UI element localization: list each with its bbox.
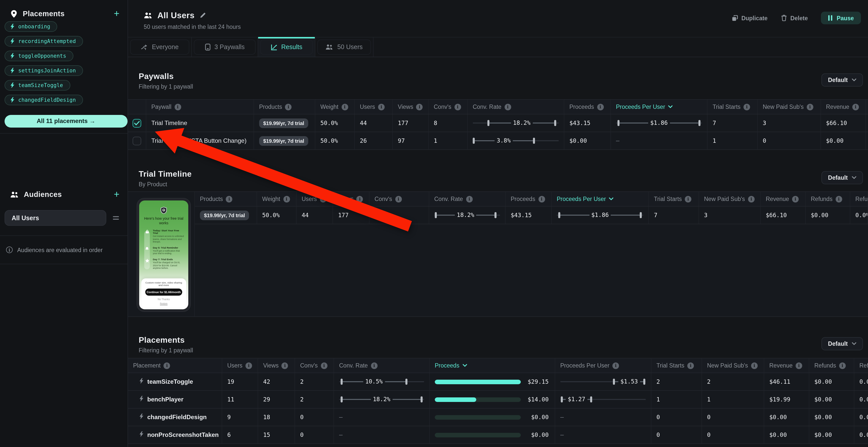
pause-button[interactable]: Pause — [821, 12, 861, 24]
column-header-products[interactable]: Productsi — [195, 192, 257, 206]
range-cell: $1.27 — [555, 391, 651, 408]
value-cell: 0.0% — [854, 373, 868, 390]
info-icon: i — [226, 196, 232, 202]
column-header-refunds[interactable]: Refundsi — [809, 358, 854, 372]
column-header-refund-rate[interactable]: Refund Ratei — [854, 358, 868, 372]
column-header-conv-rate[interactable]: Conv. Ratei — [334, 358, 430, 372]
range-slider[interactable]: $1.86 — [616, 120, 702, 126]
placement-pill-toggleOpponents[interactable]: toggleOpponents — [5, 51, 73, 61]
table-row[interactable]: benchPlayer1129218.2%$14.00$1.2711$19.99… — [128, 391, 868, 409]
row-checkbox[interactable] — [133, 119, 141, 127]
add-placement-button[interactable]: + — [114, 10, 119, 18]
value-cell: 50.0% — [315, 132, 355, 149]
column-header-conv-rate[interactable]: Conv. Ratei — [429, 192, 506, 206]
row-checkbox[interactable] — [133, 137, 141, 145]
column-header-new-paid-sub-s[interactable]: New Paid Sub'si — [699, 192, 761, 206]
column-header-trial-starts[interactable]: Trial Startsi — [708, 100, 758, 114]
column-header-new-paid-sub-s[interactable]: New Paid Sub'si — [702, 358, 764, 372]
table-row[interactable]: nonProScreenshotTaken6150–$0.00–00$0.00$… — [128, 426, 868, 444]
table-row[interactable]: Trial Timeline$19.99/yr, 7d trial50.0%44… — [128, 114, 868, 132]
column-header-weight[interactable]: Weighti — [315, 100, 355, 114]
tab-everyone[interactable]: Everyone — [128, 37, 192, 57]
column-header-proceeds[interactable]: Proceedsi — [564, 100, 611, 114]
column-header-conv-s[interactable]: Conv'si — [429, 100, 468, 114]
placement-pill-onboarding[interactable]: onboarding — [5, 21, 57, 32]
value-cell: 44 — [297, 207, 333, 224]
column-header-views[interactable]: Viewsi — [258, 358, 295, 372]
value-cell: 29 — [258, 391, 295, 408]
range-slider[interactable]: 18.2% — [339, 396, 424, 403]
trial-timeline-default-dropdown[interactable]: Default — [822, 171, 863, 184]
range-slider[interactable]: 3.8% — [473, 138, 559, 144]
column-header-trial-starts[interactable]: Trial Startsi — [649, 192, 699, 206]
column-header-conv-rate[interactable]: Conv. Ratei — [468, 100, 564, 114]
column-header-users[interactable]: Usersi — [297, 192, 333, 206]
all-placements-button[interactable]: All 11 placements → — [5, 115, 128, 127]
info-icon: i — [174, 103, 181, 110]
column-header-users[interactable]: Usersi — [355, 100, 393, 114]
audience-item-all-users[interactable]: All Users — [5, 210, 106, 226]
range-slider[interactable]: 18.2% — [473, 120, 559, 126]
table-row[interactable]: teamSizeToggle1942210.5%$29.15$1.5322$46… — [128, 373, 868, 391]
value-cell: $46.11 — [764, 373, 809, 390]
paywall-screen: Here's how your free trial works Today: … — [139, 201, 188, 309]
column-header-revenue[interactable]: Revenuei — [761, 192, 806, 206]
delete-button[interactable]: Delete — [781, 15, 808, 21]
column-header-revenue[interactable]: Revenuei — [764, 358, 809, 372]
range-slider[interactable]: $1.53 — [560, 379, 646, 385]
column-header-paywall[interactable]: Paywalli — [146, 100, 254, 114]
range-slider[interactable]: 18.2% — [434, 212, 500, 218]
info-icon: i — [743, 103, 750, 110]
column-header-views[interactable]: Viewsi — [393, 100, 429, 114]
column-header-conv-s[interactable]: Conv'si — [369, 192, 429, 206]
continue-button[interactable]: Continue for $1.66/month — [145, 289, 182, 296]
value-cell: 97 — [393, 132, 429, 149]
app-window: Placements + onboardingrecordingAttempte… — [0, 0, 868, 447]
column-header-proceeds-per-user[interactable]: Proceeds Per User — [552, 192, 649, 206]
table-row[interactable]: $19.99/yr, 7d trial50.0%44177818.2%$43.1… — [195, 207, 868, 224]
column-header-revenue[interactable]: Revenuei — [821, 100, 866, 114]
column-header-users[interactable]: Usersi — [222, 358, 258, 372]
placement-pill-teamSizeToggle[interactable]: teamSizeToggle — [5, 80, 70, 90]
product-cell: $19.99/yr, 7d trial — [254, 132, 315, 149]
edit-pencil-icon[interactable] — [200, 12, 206, 19]
column-header-proceeds-per-user[interactable]: Proceeds Per User — [611, 100, 708, 114]
column-header-refund-rate[interactable]: Refund Ratei — [850, 192, 868, 206]
column-header-proceeds[interactable]: Proceedsi — [506, 192, 552, 206]
placements-default-dropdown[interactable]: Default — [822, 337, 863, 350]
placement-pill-settingsJoinAction[interactable]: settingsJoinAction — [5, 65, 83, 76]
no-thanks-link[interactable]: No Thanks — [144, 298, 184, 301]
column-header-conv-s[interactable]: Conv'si — [295, 358, 334, 372]
drag-handle-icon[interactable] — [113, 215, 119, 221]
table-row[interactable]: Trial Timeline (CTA Button Change)$19.99… — [128, 132, 868, 150]
range-slider[interactable]: $1.27 — [560, 396, 646, 403]
paywall-caption: Custom roster size, video sharing and mo… — [144, 281, 184, 287]
sidebar-placements-title: Placements — [23, 10, 65, 18]
range-slider[interactable]: $1.86 — [557, 212, 643, 218]
paywalls-subtitle: Filtering by 1 paywall — [139, 84, 193, 90]
column-header-proceeds[interactable]: Proceeds — [430, 358, 555, 372]
column-header-trial-starts[interactable]: Trial Startsi — [651, 358, 702, 372]
duplicate-button[interactable]: Duplicate — [732, 15, 768, 21]
placement-pill-recordingAttempted[interactable]: recordingAttempted — [5, 36, 83, 46]
column-header-weight[interactable]: Weighti — [257, 192, 297, 206]
table-row[interactable]: changedFieldDesign9180–$0.00–00$0.00$0.0… — [128, 409, 868, 426]
tab-results[interactable]: Results — [258, 37, 315, 57]
column-header-views[interactable]: Viewsi — [333, 192, 369, 206]
add-audience-button[interactable]: + — [114, 190, 119, 199]
column-header-placement[interactable]: Placementi — [128, 358, 222, 372]
paywall-preview-thumbnail[interactable]: Here's how your free trial works Today: … — [137, 198, 191, 312]
restore-link[interactable]: Restore — [144, 302, 184, 305]
placement-pill-changedFieldDesign[interactable]: changedFieldDesign — [5, 95, 83, 105]
value-cell: 19 — [222, 373, 258, 390]
value-cell: 0.0% — [854, 409, 868, 426]
column-header-refunds[interactable]: Refundsi — [806, 192, 850, 206]
timeline-item: Day 5: Trial ReminderYou'll get a notifi… — [144, 246, 188, 255]
column-header-products[interactable]: Productsi — [254, 100, 315, 114]
column-header-new-paid-sub-s[interactable]: New Paid Sub'si — [758, 100, 821, 114]
tab-3-paywalls[interactable]: 3 Paywalls — [192, 37, 258, 57]
range-slider[interactable]: 10.5% — [339, 379, 424, 385]
paywalls-default-dropdown[interactable]: Default — [822, 73, 863, 87]
column-header-proceeds-per-user[interactable]: Proceeds Per Useri — [555, 358, 651, 372]
tab-50-users[interactable]: 50 Users — [315, 37, 374, 57]
